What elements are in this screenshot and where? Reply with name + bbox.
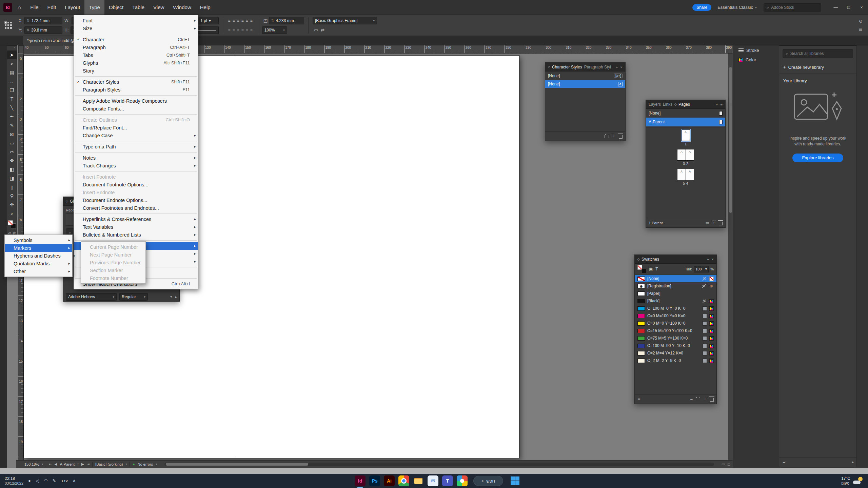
panel-collapse-icon[interactable]: »	[715, 102, 717, 106]
new-color-group-icon[interactable]	[696, 398, 700, 401]
tab-layers[interactable]: Layers	[649, 102, 661, 107]
explore-libraries-button[interactable]: Explore libraries	[792, 154, 843, 162]
x-position-field[interactable]: ⇅172.4 mm	[24, 17, 62, 24]
new-swatch-icon[interactable]	[703, 397, 707, 401]
type-menu-item[interactable]: Tabs Ctrl+Shift+T	[74, 51, 198, 59]
quick-apply-icon[interactable]: ↯	[859, 19, 863, 24]
swatch-yellow[interactable]: C=0 M=0 Y=100 K=0	[635, 320, 716, 327]
align-buttons[interactable]: ≡≡≡≡≡≡	[227, 17, 254, 24]
taskbar-clock[interactable]: 22:18 03/12/2022	[5, 476, 23, 486]
gap-tool[interactable]: ↔	[7, 77, 17, 86]
tab-character-styles[interactable]: ◇Character Styles	[548, 65, 582, 69]
pencil-tool[interactable]: ✎	[7, 121, 17, 130]
swatch-cream-1[interactable]: C=2 M=4 Y=12 K=0	[635, 349, 716, 357]
notification-icon[interactable]: ●	[28, 478, 31, 483]
content-collector-tool[interactable]: ❐	[7, 86, 17, 95]
show-hidden-icons-chevron[interactable]: ∧	[73, 478, 76, 483]
formatting-affects-container-icon[interactable]: ▣	[649, 267, 653, 271]
gradient-swatch-tool[interactable]: ◧	[7, 165, 17, 174]
swap-fill-stroke-icon[interactable]: ⇄	[321, 27, 324, 33]
maximize-button[interactable]: □	[842, 0, 855, 15]
selection-tool[interactable]: ➤	[7, 50, 17, 59]
chevron-down-icon[interactable]: ▾	[209, 18, 211, 23]
vertical-scrollbar[interactable]	[728, 54, 733, 460]
pen-icon[interactable]: ✎	[52, 478, 56, 483]
chevron-down-icon[interactable]: ▾	[125, 463, 127, 466]
home-icon[interactable]: ⌂	[18, 4, 21, 11]
type-menu-item[interactable]	[74, 212, 198, 215]
type-menu-item[interactable]: Size ▸	[74, 24, 198, 32]
preflight-profile[interactable]: [Basic] (working)	[95, 462, 123, 466]
direct-selection-tool[interactable]: ➢	[7, 59, 17, 68]
type-menu-item[interactable]: Paragraph Ctrl+Alt+T	[74, 43, 198, 51]
type-menu-item[interactable]	[74, 75, 198, 78]
page-thumb-right[interactable]: A	[682, 129, 690, 141]
type-menu-item[interactable]: Story	[74, 67, 198, 75]
submenu-item[interactable]: Current Page Number	[81, 243, 145, 251]
type-menu-item[interactable]	[74, 94, 198, 97]
fill-proxy[interactable]	[8, 220, 13, 225]
split-view-icon[interactable]: ▭	[722, 462, 725, 466]
pen-tool[interactable]: ✒	[7, 112, 17, 121]
delete-swatch-icon[interactable]	[710, 398, 714, 402]
start-button[interactable]	[511, 476, 519, 485]
submenu-item[interactable]: Quotation Marks ▸	[5, 260, 72, 267]
minimize-button[interactable]: —	[829, 0, 842, 15]
rectangle-frame-tool[interactable]: ⊠	[7, 130, 17, 139]
language-indicator[interactable]: עבר	[61, 479, 68, 483]
rectangle-tool[interactable]: ▭	[7, 139, 17, 147]
zoom-tool[interactable]: ⌕	[7, 209, 17, 218]
type-menu-item[interactable]: Find/Replace Font...	[74, 124, 198, 131]
tab-paragraph-styles[interactable]: Paragraph Styl	[584, 65, 611, 69]
type-menu-item[interactable]: Paragraph Styles F11	[74, 86, 198, 94]
page-thumb-right[interactable]: A	[686, 149, 694, 161]
libraries-search-input[interactable]: ⌕ Search all libraries	[783, 49, 853, 58]
object-style-select[interactable]: [Basic Graphics Frame]▾	[313, 17, 377, 24]
page-tool[interactable]: ▤	[7, 68, 17, 77]
swatch-views-icon[interactable]: ≣	[637, 397, 640, 401]
page-thumb-left[interactable]: A	[677, 149, 686, 161]
type-menu-item[interactable]: Insert Endnote	[74, 188, 198, 196]
type-menu-item[interactable]: Bulleted & Numbered Lists ▸	[74, 231, 198, 239]
menubar-item[interactable]: Window	[169, 0, 195, 15]
tab-swatches[interactable]: ◇Swatches	[637, 257, 659, 262]
edit-page-size-icon[interactable]: ▭	[706, 221, 709, 225]
type-menu-item[interactable]: Notes ▸	[74, 154, 198, 162]
scrollbar-thumb[interactable]	[166, 463, 308, 466]
menubar-item[interactable]: Help	[196, 0, 215, 15]
formatting-affects-text-icon[interactable]: T	[655, 267, 658, 271]
glyph-font-select[interactable]: Adobe Hebrew▾	[66, 293, 117, 301]
menubar-item[interactable]: Object	[104, 0, 128, 15]
reference-point-grid[interactable]	[5, 22, 12, 29]
type-menu-item[interactable]: Document Footnote Options...	[74, 181, 198, 188]
create-new-library-button[interactable]: + Create new library	[779, 61, 856, 74]
type-menu-item[interactable]: Apply Adobe World-Ready Composers	[74, 97, 198, 105]
tab-links[interactable]: Links	[663, 102, 672, 107]
style-override-badge[interactable]: [a+]	[614, 74, 623, 78]
taskbar-photos[interactable]	[457, 475, 468, 486]
panel-options-icon[interactable]: ≣	[859, 26, 863, 32]
parent-page-row[interactable]: [None]	[646, 109, 725, 118]
stepper-icon[interactable]: ⇅	[27, 28, 29, 32]
submenu-item[interactable]: Previous Page Number	[81, 259, 145, 266]
wifi-icon[interactable]: ◠	[44, 478, 47, 483]
swatch-black[interactable]: [Black]	[635, 297, 716, 305]
panel-menu-icon[interactable]: ≡	[721, 102, 723, 106]
swatch-magenta[interactable]: C=0 M=100 Y=0 K=0	[635, 312, 716, 320]
new-style-group-icon[interactable]	[605, 135, 609, 138]
type-menu-item[interactable]: Track Changes ▸	[74, 162, 198, 169]
submenu-item[interactable]: Next Page Number	[81, 251, 145, 259]
note-tool[interactable]: ▯	[7, 183, 17, 191]
parent-page-row[interactable]: A-Parent	[646, 118, 725, 126]
page-thumb-left[interactable]: A	[677, 169, 686, 180]
zoom-in-glyphs-icon[interactable]: ▴	[175, 294, 177, 299]
type-menu-item[interactable]: Insert Footnote	[74, 173, 198, 181]
your-library-label[interactable]: Your Library	[779, 74, 856, 85]
corner-radius-field[interactable]: ⇅4.233 mm	[269, 17, 304, 24]
swatch-none[interactable]: [None]	[635, 275, 716, 282]
gradient-feather-tool[interactable]: ◨	[7, 174, 17, 183]
panel-collapse-icon[interactable]: »	[707, 257, 709, 261]
stepper-icon[interactable]: ⇅	[27, 19, 29, 22]
scissors-tool[interactable]: ✂	[7, 147, 17, 156]
stroke-proxy[interactable]	[642, 269, 646, 273]
